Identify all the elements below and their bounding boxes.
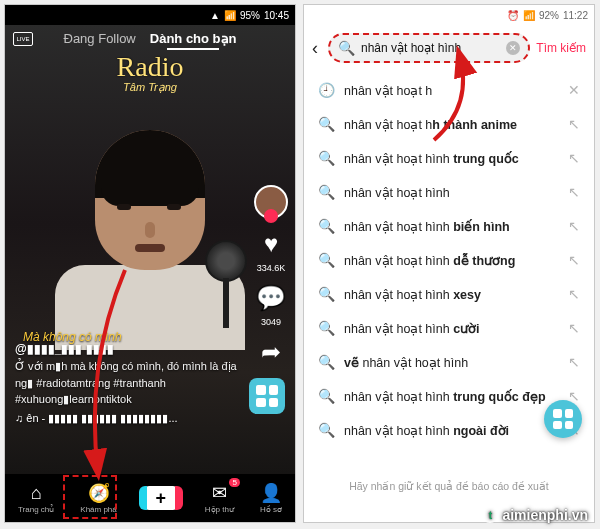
live-icon[interactable]: LIVE	[13, 32, 33, 46]
profile-icon: 👤	[260, 482, 282, 504]
signal-icon: 📶	[523, 10, 535, 21]
suggestion-item[interactable]: 🔍nhân vật hoạt hình biến hình↖	[304, 209, 594, 243]
share-icon[interactable]: ➦	[261, 340, 281, 364]
suggestion-item[interactable]: 🕘nhân vật hoạt h✕	[304, 73, 594, 107]
suggestion-hint: Hãy nhấn giữ kết quả đề báo cáo đề xuất	[304, 480, 594, 492]
suggestion-text: nhân vật hoạt hình dễ thương	[344, 253, 558, 268]
suggestion-text: nhân vật hoạt hình trung quốc	[344, 151, 558, 166]
feed-tabs: LIVE Đang Follow Dành cho bạn	[5, 31, 295, 46]
suggestion-text: nhân vật hoạt hình trung quốc đẹp	[344, 389, 558, 404]
brand-title: Radio	[117, 51, 184, 83]
nav-inbox[interactable]: ✉5Hộp thư	[205, 482, 234, 514]
insert-icon[interactable]: ↖	[568, 184, 580, 200]
inbox-badge: 5	[229, 478, 239, 487]
suggestion-item[interactable]: 🔍nhân vật hoạt hình xesy↖	[304, 277, 594, 311]
video-meta: @▮▮▮▮_▮▮▮ ▮▮▮▮ Ở với m▮h mà không có mìn…	[15, 340, 239, 426]
like-icon[interactable]: ♥	[264, 232, 278, 256]
search-icon: 🔍	[318, 116, 334, 132]
clock-text: 10:45	[264, 10, 289, 21]
nav-home[interactable]: ⌂Trang chủ	[18, 483, 54, 514]
audio-track[interactable]: ♫ ên - ▮▮▮▮▮ ▮▮▮▮▮▮ ▮▮▮▮▮▮▮▮...	[15, 410, 239, 427]
clock-text: 11:22	[563, 10, 588, 21]
watermark-icon: t	[482, 507, 498, 523]
author-avatar[interactable]	[254, 185, 288, 219]
suggestion-item[interactable]: 🔍nhân vật hoạt hình trung quốc↖	[304, 141, 594, 175]
alarm-icon: ⏰	[507, 10, 519, 21]
suggestion-text: vẽ nhân vật hoạt hình	[344, 355, 558, 370]
search-input-box[interactable]: 🔍 nhân vật hoạt hình ✕	[328, 33, 530, 63]
status-bar: ⏰ 📶 92% 11:22	[304, 5, 594, 25]
nav-discover[interactable]: 🧭Khám phá	[80, 482, 116, 514]
suggestion-item[interactable]: 🔍nhân vật hoạt hh thành anime↖	[304, 107, 594, 141]
video-description: Ở với m▮h mà không có mình, đó mình là đ…	[15, 358, 239, 408]
nav-create[interactable]: +	[143, 486, 179, 510]
insert-icon[interactable]: ↖	[568, 252, 580, 268]
battery-text: 95%	[240, 10, 260, 21]
search-icon: 🔍	[318, 252, 334, 268]
tab-for-you[interactable]: Dành cho bạn	[150, 31, 237, 46]
feed-area: LIVE Đang Follow Dành cho bạn Radio Tâm …	[5, 25, 295, 522]
suggestion-item[interactable]: 🔍vẽ nhân vật hoạt hình↖	[304, 345, 594, 379]
search-icon: 🔍	[318, 286, 334, 302]
grid-overlay-button[interactable]	[249, 378, 285, 414]
like-count: 334.6K	[257, 263, 286, 273]
signal-icon: 📶	[224, 10, 236, 21]
watermark-text: aimienphi.vn	[502, 507, 588, 523]
insert-icon[interactable]: ↖	[568, 150, 580, 166]
suggestion-text: nhân vật hoạt hình	[344, 185, 558, 200]
search-icon: 🔍	[338, 40, 355, 56]
phone-right-search: ⏰ 📶 92% 11:22 ‹ 🔍 nhân vật hoạt hình ✕ T…	[303, 4, 595, 523]
brand-subtitle: Tâm Trạng	[123, 81, 177, 94]
insert-icon[interactable]: ↖	[568, 116, 580, 132]
wifi-icon: ▲	[210, 10, 220, 21]
nav-profile[interactable]: 👤Hồ sơ	[260, 482, 282, 514]
insert-icon[interactable]: ↖	[568, 218, 580, 234]
insert-icon[interactable]: ↖	[568, 320, 580, 336]
home-icon: ⌂	[31, 483, 42, 504]
status-bar: ▲ 📶 95% 10:45	[5, 5, 295, 25]
suggestion-item[interactable]: 🔍nhân vật hoạt hình cười↖	[304, 311, 594, 345]
search-input[interactable]: nhân vật hoạt hình	[361, 41, 500, 55]
insert-icon[interactable]: ↖	[568, 286, 580, 302]
search-icon: 🔍	[318, 422, 334, 438]
search-icon: 🔍	[318, 354, 334, 370]
suggestion-text: nhân vật hoạt hình biến hình	[344, 219, 558, 234]
clear-icon[interactable]: ✕	[506, 41, 520, 55]
compass-icon: 🧭	[88, 482, 110, 504]
search-icon: 🔍	[318, 218, 334, 234]
search-submit[interactable]: Tìm kiếm	[536, 41, 586, 55]
tab-following[interactable]: Đang Follow	[64, 31, 136, 46]
grid-overlay-button[interactable]	[544, 400, 582, 438]
comment-count: 3049	[261, 317, 281, 327]
plus-icon: +	[143, 486, 179, 510]
watermark: t aimienphi.vn	[482, 507, 588, 523]
insert-icon[interactable]: ↖	[568, 354, 580, 370]
suggestion-text: nhân vật hoạt h	[344, 83, 558, 98]
author-username[interactable]: @▮▮▮▮_▮▮▮ ▮▮▮▮	[15, 340, 239, 358]
history-icon: 🕘	[318, 82, 334, 98]
comment-icon[interactable]: 💬	[256, 286, 286, 310]
search-icon: 🔍	[318, 388, 334, 404]
phone-left-feed: ▲ 📶 95% 10:45 LIVE Đang Follow Dành cho …	[4, 4, 296, 523]
suggestion-text: nhân vật hoạt hình ngoài đời	[344, 423, 558, 438]
search-icon: 🔍	[318, 150, 334, 166]
bottom-nav: ⌂Trang chủ 🧭Khám phá + ✉5Hộp thư 👤Hồ sơ	[5, 474, 295, 522]
suggestion-item[interactable]: 🔍nhân vật hoạt hình dễ thương↖	[304, 243, 594, 277]
battery-text: 92%	[539, 10, 559, 21]
inbox-icon: ✉5	[212, 482, 227, 504]
suggestion-item[interactable]: 🔍nhân vật hoạt hình↖	[304, 175, 594, 209]
suggestion-text: nhân vật hoạt hình cười	[344, 321, 558, 336]
back-button[interactable]: ‹	[308, 38, 322, 59]
suggestion-list: 🕘nhân vật hoạt h✕🔍nhân vật hoạt hh thành…	[304, 71, 594, 449]
remove-icon[interactable]: ✕	[568, 82, 580, 98]
suggestion-text: nhân vật hoạt hh thành anime	[344, 117, 558, 132]
suggestion-text: nhân vật hoạt hình xesy	[344, 287, 558, 302]
search-header: ‹ 🔍 nhân vật hoạt hình ✕ Tìm kiếm	[304, 25, 594, 71]
search-icon: 🔍	[318, 320, 334, 336]
search-icon: 🔍	[318, 184, 334, 200]
video-content[interactable]	[35, 110, 285, 350]
action-rail: ♥ 334.6K 💬 3049 ➦	[254, 185, 288, 364]
